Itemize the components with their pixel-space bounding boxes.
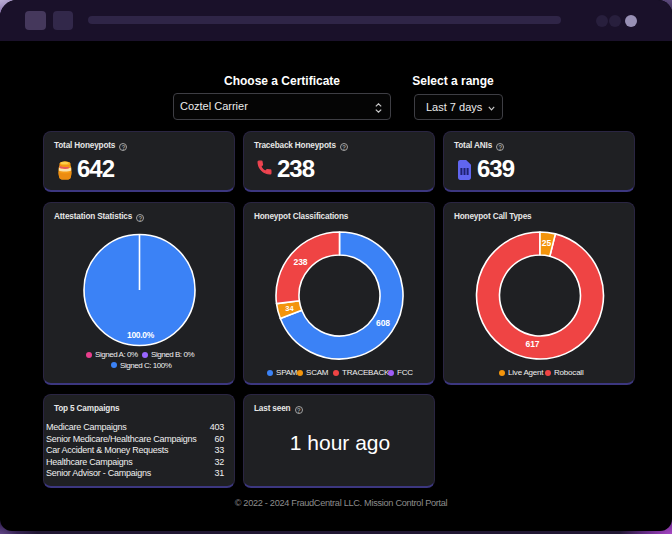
svg-text:34: 34 xyxy=(285,304,294,313)
svg-text:238: 238 xyxy=(293,257,307,267)
svg-text:100.0%: 100.0% xyxy=(127,330,155,340)
svg-text:608: 608 xyxy=(376,318,390,328)
svg-text:617: 617 xyxy=(525,339,539,349)
svg-text:25: 25 xyxy=(542,238,552,248)
